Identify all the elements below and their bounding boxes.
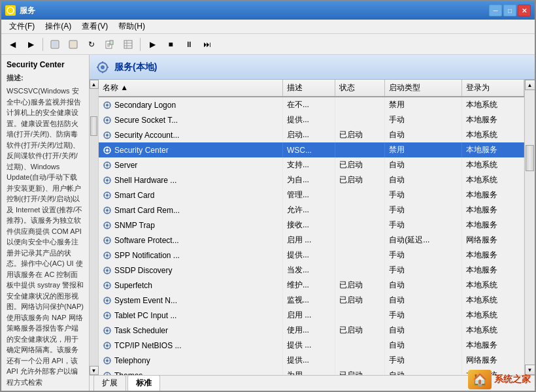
service-startup: 手动 [385,308,461,323]
menu-action[interactable]: 操作(A) [40,20,76,33]
main-window: 服务 ─ □ ✕ 文件(F) 操作(A) 查看(V) 帮助(H) ◀ ▶ ↻ [0,0,536,392]
service-name-text: Server [114,161,137,170]
service-startup: 禁用 [385,97,461,112]
play-button[interactable]: ▶ [144,37,161,52]
table-row[interactable]: Themes为用...已启动自动本地系统 [99,368,524,375]
service-desc: 启动... [282,127,335,142]
table-row[interactable]: TCP/IP NetBIOS ...提供 ...自动本地服务 [99,338,524,353]
service-login: 网络服务 [461,233,524,248]
service-login: 本地系统 [461,323,524,338]
svg-rect-9 [124,41,132,48]
pause-button[interactable]: ⏸ [180,37,197,52]
service-desc: 管理... [282,188,335,203]
svg-point-40 [106,284,109,287]
refresh-button[interactable]: ↻ [83,37,100,52]
scroll-down-btn[interactable]: ▼ [90,366,99,375]
service-gear-icon [103,311,112,320]
menu-help[interactable]: 帮助(H) [113,20,150,33]
left-scrollbar[interactable]: ▲ ▼ [90,80,99,375]
title-bar: 服务 ─ □ ✕ [1,1,535,20]
menu-file[interactable]: 文件(F) [4,20,40,33]
table-row[interactable]: Secure Socket T...提供...手动本地服务 [99,112,524,127]
service-gear-icon [103,221,112,230]
service-name-cell: Tablet PC Input ... [99,308,282,323]
svg-point-16 [106,104,109,106]
forward-button[interactable]: ▶ [22,37,39,52]
service-desc: 维护... [282,278,335,293]
export-button[interactable] [101,37,118,52]
table-row[interactable]: Server支持...已启动自动本地系统 [99,157,524,172]
service-status [335,248,385,263]
table-row[interactable]: Tablet PC Input ...启用 ...手动本地系统 [99,308,524,323]
svg-point-32 [106,224,109,227]
watermark: 🏠 系统之家 [468,370,531,389]
service-login: 本地服务 [461,218,524,233]
table-row[interactable]: Smart Card管理...手动本地服务 [99,188,524,203]
service-gear-icon [103,206,112,215]
table-row[interactable]: Superfetch维护...已启动自动本地系统 [99,278,524,293]
maximize-button[interactable]: □ [503,5,516,16]
services-scroll-area[interactable]: 名称 ▲ 描述 状态 启动类型 登录为 Secondary Logon在不...… [99,80,524,375]
minimize-button[interactable]: ─ [489,5,502,16]
table-row[interactable]: Security CenterWSC...禁用本地服务 [99,142,524,157]
table-row[interactable]: Shell Hardware ...为自...已启动自动本地系统 [99,172,524,188]
right-scroll-up[interactable]: ▲ [525,80,535,90]
service-startup: 自动 [385,338,461,353]
service-desc: 监视... [282,293,335,308]
up-button[interactable] [46,37,63,52]
col-header-startup[interactable]: 启动类型 [385,80,461,97]
scroll-up-btn[interactable]: ▲ [90,80,99,89]
service-desc: 启用 ... [282,308,335,323]
service-name-text: SSDP Discovery [114,266,172,275]
col-header-login[interactable]: 登录为 [461,80,524,97]
stop-button[interactable]: ■ [162,37,179,52]
list-view-button[interactable] [120,37,137,52]
service-name-cell: SPP Notification ... [99,248,282,263]
service-login: 本地服务 [461,112,524,127]
col-header-name[interactable]: 名称 ▲ [99,80,282,97]
col-header-status[interactable]: 状态 [335,80,385,97]
svg-point-46 [106,329,109,332]
scroll-thumb[interactable] [90,116,97,136]
watermark-icon: 🏠 [468,370,492,389]
service-desc: 使用... [282,323,335,338]
table-row[interactable]: Telephony提供...手动网络服务 [99,353,524,368]
table-row[interactable]: System Event N...监视...已启动自动本地系统 [99,293,524,308]
service-desc: 在不... [282,97,335,112]
table-row[interactable]: Task Scheduler使用...已启动自动本地系统 [99,323,524,338]
tab-extended[interactable]: 扩展 [93,375,126,391]
service-startup: 自动 [385,157,461,172]
close-button[interactable]: ✕ [518,5,531,16]
table-row[interactable]: Secondary Logon在不...禁用本地系统 [99,97,524,112]
service-name-cell: Superfetch [99,278,282,293]
table-row[interactable]: Smart Card Rem...允许...手动本地服务 [99,203,524,218]
back-button[interactable]: ◀ [4,37,21,52]
table-row[interactable]: SNMP Trap接收...手动本地服务 [99,218,524,233]
service-status [335,97,385,112]
service-desc: 提供... [282,353,335,368]
toolbar: ◀ ▶ ↻ [1,34,535,55]
col-header-desc[interactable]: 描述 [282,80,335,97]
table-row[interactable]: SPP Notification ...提供...手动本地服务 [99,248,524,263]
menu-view[interactable]: 查看(V) [76,20,113,33]
table-row[interactable]: SSDP Discovery当发...手动本地服务 [99,263,524,278]
service-login: 本地系统 [461,278,524,293]
service-desc: 当发... [282,263,335,278]
sidebar-desc-label: 描述: [7,73,84,83]
show-button[interactable] [65,37,82,52]
table-row[interactable]: Security Account...启动...已启动自动本地系统 [99,127,524,142]
service-name-cell: Themes [99,368,282,375]
service-name-cell: Telephony [99,353,282,368]
service-desc: 提供... [282,112,335,127]
service-desc: 接收... [282,218,335,233]
table-row[interactable]: Software Protect...启用 ...自动(延迟...网络服务 [99,233,524,248]
restart-button[interactable]: ⏭ [199,37,216,52]
service-login: 本地服务 [461,203,524,218]
service-startup: 手动 [385,263,461,278]
service-name-cell: Smart Card [99,188,282,203]
content-header: 服务(本地) [90,55,535,80]
tab-standard[interactable]: 标准 [127,375,160,391]
service-gear-icon [103,296,112,305]
right-scroll-thumb[interactable] [526,145,534,171]
service-gear-icon [103,236,112,245]
